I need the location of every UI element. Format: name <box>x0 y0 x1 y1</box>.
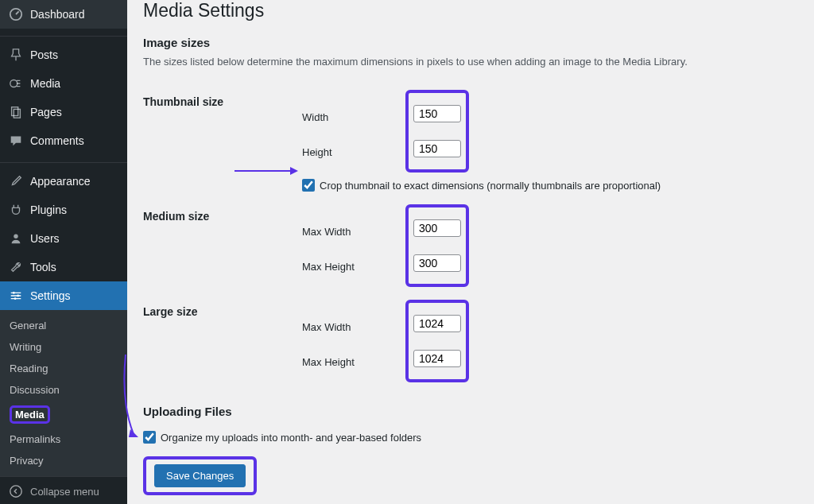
sidebar-item-comments[interactable]: Comments <box>0 126 127 155</box>
sidebar-item-pages[interactable]: Pages <box>0 98 127 126</box>
large-max-width-label: Max Width <box>302 321 351 333</box>
settings-submenu: General Writing Reading Discussion Media… <box>0 310 127 476</box>
large-max-width-input[interactable] <box>413 315 461 332</box>
sidebar-item-media[interactable]: Media <box>0 69 127 98</box>
highlight-thumbnail <box>405 90 469 173</box>
sliders-icon <box>8 288 24 304</box>
image-sizes-heading: Image sizes <box>143 36 798 49</box>
sidebar-item-posts[interactable]: Posts <box>0 41 127 69</box>
medium-max-width-label: Max Width <box>302 226 351 238</box>
svg-point-8 <box>10 486 21 497</box>
submenu-item-discussion[interactable]: Discussion <box>0 379 127 401</box>
medium-section-label: Medium size <box>143 198 302 293</box>
sidebar-item-dashboard[interactable]: Dashboard <box>0 0 127 29</box>
svg-point-4 <box>14 235 17 238</box>
svg-point-5 <box>13 292 15 294</box>
sidebar-label: Posts <box>30 48 58 61</box>
sidebar-label: Users <box>30 232 60 245</box>
collapse-icon <box>8 483 24 499</box>
highlight-save: Save Changes <box>143 456 257 495</box>
page-content: Media Settings Image sizes The sizes lis… <box>127 0 814 504</box>
organize-uploads-checkbox[interactable] <box>143 431 156 444</box>
submenu-item-media[interactable]: Media <box>0 401 127 428</box>
sidebar-item-users[interactable]: Users <box>0 224 127 253</box>
sidebar-label: Dashboard <box>30 8 85 21</box>
large-section-label: Large size <box>143 293 302 389</box>
organize-uploads-label: Organize my uploads into month- and year… <box>161 432 421 444</box>
submenu-item-reading[interactable]: Reading <box>0 358 127 379</box>
pages-icon <box>8 104 24 120</box>
media-icon <box>8 76 24 91</box>
user-icon <box>8 231 24 246</box>
sidebar-label: Pages <box>30 106 62 118</box>
crop-thumbnail-checkbox[interactable] <box>302 179 315 192</box>
medium-max-height-label: Max Height <box>302 261 355 273</box>
sidebar-label: Media <box>30 77 60 90</box>
svg-rect-3 <box>14 109 20 118</box>
large-max-height-label: Max Height <box>302 356 355 368</box>
submenu-item-general[interactable]: General <box>0 315 127 336</box>
brush-icon <box>8 173 24 189</box>
wrench-icon <box>8 259 24 275</box>
sidebar-label: Plugins <box>30 204 67 216</box>
sidebar-item-settings[interactable]: Settings <box>0 281 127 310</box>
submenu-item-privacy[interactable]: Privacy <box>0 450 127 471</box>
sidebar-label: Appearance <box>30 175 91 188</box>
svg-point-1 <box>10 80 17 87</box>
sidebar-item-tools[interactable]: Tools <box>0 253 127 281</box>
uploading-files-heading: Uploading Files <box>143 405 798 418</box>
sidebar-label: Comments <box>30 134 84 147</box>
dashboard-icon <box>8 6 24 22</box>
collapse-menu-button[interactable]: Collapse menu <box>0 476 127 504</box>
page-title: Media Settings <box>143 0 798 21</box>
highlight-large <box>405 300 469 382</box>
sidebar-item-plugins[interactable]: Plugins <box>0 196 127 224</box>
highlight-medium <box>405 204 469 287</box>
thumbnail-section-label: Thumbnail size <box>143 83 302 198</box>
image-sizes-description: The sizes listed below determine the max… <box>143 56 798 68</box>
comment-icon <box>8 133 24 149</box>
svg-point-7 <box>14 297 17 300</box>
sidebar-label: Settings <box>30 289 71 302</box>
submenu-item-permalinks[interactable]: Permalinks <box>0 428 127 450</box>
thumbnail-width-label: Width <box>302 111 328 123</box>
plug-icon <box>8 202 24 218</box>
collapse-label: Collapse menu <box>30 486 99 498</box>
thumbnail-height-input[interactable] <box>413 140 461 157</box>
sidebar-label: Tools <box>30 261 56 273</box>
svg-marker-11 <box>129 429 138 437</box>
submenu-item-writing[interactable]: Writing <box>0 336 127 358</box>
save-changes-button[interactable]: Save Changes <box>154 464 246 487</box>
thumbnail-height-label: Height <box>302 146 332 158</box>
admin-sidebar: Dashboard Posts Media Pages Comments App… <box>0 0 127 504</box>
sidebar-item-appearance[interactable]: Appearance <box>0 167 127 196</box>
svg-point-6 <box>17 295 19 297</box>
pin-icon <box>8 47 24 63</box>
medium-max-width-input[interactable] <box>413 219 461 237</box>
svg-rect-2 <box>12 107 18 116</box>
crop-thumbnail-label: Crop thumbnail to exact dimensions (norm… <box>320 180 661 192</box>
thumbnail-width-input[interactable] <box>413 105 461 122</box>
large-max-height-input[interactable] <box>413 350 461 367</box>
medium-max-height-input[interactable] <box>413 254 461 272</box>
